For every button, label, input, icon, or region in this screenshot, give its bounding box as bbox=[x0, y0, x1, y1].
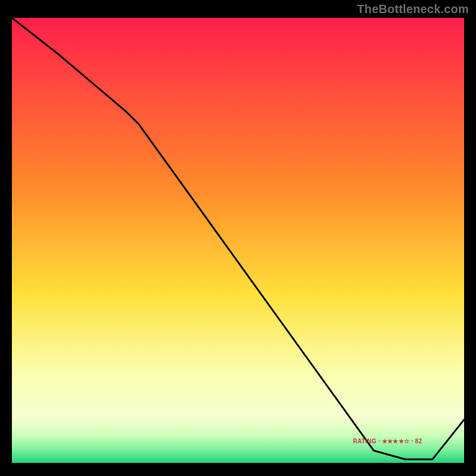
gradient-backdrop bbox=[12, 18, 464, 463]
curve-annotation: RATING · ★★★★☆ · 82 bbox=[353, 438, 422, 444]
chart-svg bbox=[12, 18, 464, 463]
chart-frame: TheBottleneck.com RATING · ★★★★☆ · 82 bbox=[0, 0, 476, 476]
plot-area: RATING · ★★★★☆ · 82 bbox=[12, 18, 464, 463]
watermark-text: TheBottleneck.com bbox=[357, 2, 469, 16]
